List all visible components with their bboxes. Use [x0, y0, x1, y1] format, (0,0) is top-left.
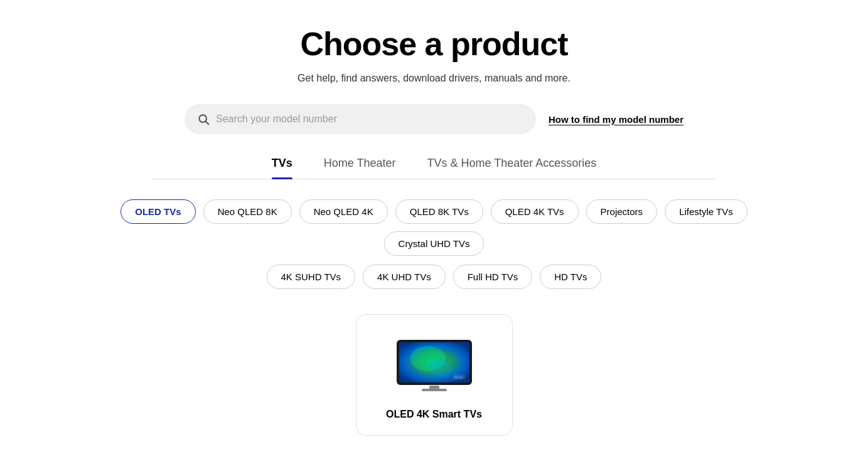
- filter-qled-8k-tvs[interactable]: QLED 8K TVs: [395, 199, 483, 224]
- filter-crystal-uhd-tvs[interactable]: Crystal UHD TVs: [384, 231, 485, 256]
- filter-hd-tvs[interactable]: HD TVs: [540, 265, 601, 289]
- filter-projectors[interactable]: Projectors: [586, 199, 658, 224]
- tab-home-theater[interactable]: Home Theater: [324, 157, 396, 179]
- page-title: Choose a product: [300, 25, 567, 63]
- filter-4k-uhd-tvs[interactable]: 4K UHD TVs: [363, 265, 446, 289]
- product-label-oled-4k: OLED 4K Smart TVs: [386, 409, 482, 420]
- product-card-oled-4k[interactable]: OLED OLED 4K Smart TVs: [356, 314, 513, 436]
- tab-tvs[interactable]: TVs: [272, 157, 292, 179]
- products-grid: OLED OLED 4K Smart TVs: [356, 314, 513, 436]
- search-container: [185, 104, 536, 134]
- filters-row-1: OLED TVs Neo QLED 8K Neo QLED 4K QLED 8K…: [89, 199, 780, 256]
- filter-qled-4k-tvs[interactable]: QLED 4K TVs: [491, 199, 579, 224]
- filter-neo-qled-8k[interactable]: Neo QLED 8K: [203, 199, 292, 224]
- search-icon: [197, 113, 210, 125]
- filters-row-2: 4K SUHD TVs 4K UHD TVs Full HD TVs HD TV…: [267, 265, 602, 289]
- tabs-row: TVs Home Theater TVs & Home Theater Acce…: [152, 157, 717, 179]
- tab-accessories[interactable]: TVs & Home Theater Accessories: [427, 157, 596, 179]
- svg-text:OLED: OLED: [454, 376, 463, 379]
- search-row: How to find my model number: [152, 104, 717, 134]
- page-subtitle: Get help, find answers, download drivers…: [297, 73, 571, 84]
- filter-neo-qled-4k[interactable]: Neo QLED 4K: [299, 199, 388, 224]
- svg-rect-3: [422, 389, 447, 391]
- search-input[interactable]: [216, 113, 523, 125]
- filter-full-hd-tvs[interactable]: Full HD TVs: [453, 265, 533, 289]
- svg-line-1: [206, 122, 209, 125]
- svg-point-8: [429, 359, 452, 377]
- filter-4k-suhd-tvs[interactable]: 4K SUHD TVs: [267, 265, 356, 289]
- product-image-oled-4k: OLED: [394, 334, 475, 396]
- filter-lifestyle-tvs[interactable]: Lifestyle TVs: [665, 199, 747, 224]
- model-number-help-link[interactable]: How to find my model number: [549, 114, 683, 125]
- filter-oled-tvs[interactable]: OLED TVs: [121, 199, 195, 224]
